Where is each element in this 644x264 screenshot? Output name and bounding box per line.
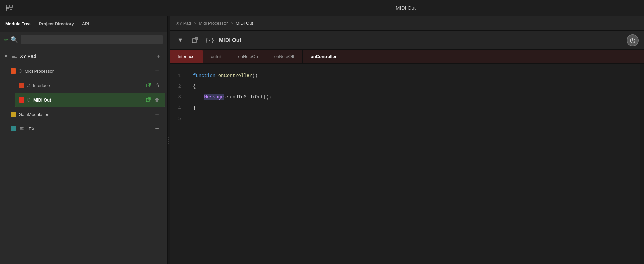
delete-button-midi-out[interactable]: 🗑	[153, 96, 161, 104]
open-brace: {	[193, 84, 196, 89]
braces-button[interactable]: {-}	[204, 35, 215, 46]
tree-section-header-xy-pad[interactable]: ▼ XY Pad +	[0, 49, 167, 64]
main-layout: Module Tree Project Directory API ✏ 🔍 ▼	[0, 16, 644, 264]
tab-on-note-off[interactable]: onNoteOff	[266, 50, 303, 63]
tree-item-gain-modulation[interactable]: GainModulation +	[7, 107, 165, 121]
color-indicator-fx	[11, 126, 16, 131]
tab-module-tree[interactable]: Module Tree	[5, 20, 31, 28]
breadcrumb-sep-2: >	[230, 21, 233, 26]
line-num-4: 4	[178, 103, 181, 113]
tree-container: ▼ XY Pad + Midi Processor	[0, 47, 167, 264]
ext-link-button-midi-out[interactable]	[145, 96, 152, 104]
breadcrumb-midi-out[interactable]: MIDI Out	[236, 21, 253, 26]
line-num-3: 3	[178, 92, 181, 103]
export-button[interactable]	[190, 35, 200, 46]
delete-button-interface[interactable]: 🗑	[154, 82, 161, 89]
power-button[interactable]	[627, 34, 639, 46]
code-line-2: {	[193, 81, 633, 92]
search-input[interactable]	[21, 35, 163, 44]
item-actions-midi-out: 🗑	[145, 96, 161, 104]
breadcrumb-xy-pad[interactable]: XY Pad	[176, 21, 191, 26]
tree-items-xy-pad: Midi Processor + Interface	[0, 64, 167, 136]
breadcrumb-midi-processor[interactable]: Midi Processor	[199, 21, 228, 26]
code-content[interactable]: function onController() { Message.sendTo…	[186, 64, 640, 131]
add-button-fx[interactable]: +	[153, 125, 161, 133]
pencil-icon[interactable]: ✏	[4, 37, 8, 42]
svg-rect-2	[6, 8, 9, 11]
item-actions-midi-processor: +	[153, 67, 161, 75]
tab-interface[interactable]: Interface	[170, 50, 203, 63]
scrollbar[interactable]	[640, 64, 644, 264]
code-line-3: Message.sendToMidiOut();	[193, 92, 633, 103]
item-label-fx: FX	[29, 126, 150, 131]
line-num-5: 5	[178, 113, 181, 124]
braces-icon: {-}	[205, 37, 214, 43]
filter-button[interactable]: ▼	[175, 35, 186, 46]
breadcrumb-sep-1: >	[194, 21, 196, 26]
ext-link-button-interface[interactable]	[145, 82, 152, 89]
sidebar-tabs: Module Tree Project Directory API	[0, 16, 167, 32]
module-name: MIDI Out	[219, 37, 623, 43]
chevron-down-icon: ▼	[4, 54, 9, 59]
window-title: MIDI Out	[396, 5, 416, 11]
color-indicator-midi-out	[19, 97, 24, 103]
color-indicator-midi-processor	[11, 68, 16, 74]
search-bar: ✏ 🔍	[0, 32, 167, 47]
export-icon	[192, 37, 198, 43]
midi-processor-children: Interface 🗑	[5, 78, 167, 107]
color-indicator-gain-modulation	[11, 112, 16, 117]
class-message: Message	[204, 94, 224, 100]
close-brace: }	[193, 105, 196, 111]
code-line-1: function onController()	[193, 70, 633, 81]
code-content-area[interactable]: function onController() { Message.sendTo…	[186, 64, 640, 264]
item-label-gain-modulation: GainModulation	[19, 112, 150, 117]
line-numbers: 1 2 3 4 5	[170, 64, 186, 264]
tab-on-controller[interactable]: onController	[303, 50, 345, 63]
item-label-midi-processor: Midi Processor	[25, 69, 150, 74]
tab-api[interactable]: API	[82, 20, 89, 28]
svg-rect-1	[10, 5, 12, 8]
filter-icon: ▼	[177, 37, 183, 44]
tree-item-midi-processor[interactable]: Midi Processor +	[7, 64, 165, 78]
keyword-function: function	[193, 73, 218, 78]
add-button-gain-modulation[interactable]: +	[153, 110, 161, 118]
right-panel: XY Pad > Midi Processor > MIDI Out ▼ {-}…	[170, 16, 644, 264]
code-line-5	[193, 113, 633, 124]
color-indicator-interface	[19, 83, 24, 88]
tab-project-directory[interactable]: Project Directory	[39, 20, 74, 28]
section-label-xy-pad: XY Pad	[20, 54, 152, 59]
tree-item-fx[interactable]: FX +	[7, 122, 165, 136]
add-button-xy-pad[interactable]: +	[154, 52, 163, 60]
tree-section-xy-pad: ▼ XY Pad + Midi Processor	[0, 49, 167, 136]
parens: ()	[252, 73, 258, 78]
tab-on-note-on[interactable]: onNoteOn	[230, 50, 266, 63]
bars-icon	[11, 53, 17, 59]
module-header: ▼ {-} MIDI Out	[170, 31, 644, 50]
tree-item-midi-out[interactable]: MIDI Out 🗑	[15, 93, 165, 107]
tab-on-init[interactable]: onInit	[203, 50, 230, 63]
fx-bars-icon	[19, 126, 25, 132]
item-actions-interface: 🗑	[145, 82, 161, 89]
function-name: onController	[218, 73, 252, 78]
tree-item-interface[interactable]: Interface 🗑	[15, 78, 165, 92]
item-label-interface: Interface	[33, 83, 142, 88]
status-dot-interface	[27, 84, 30, 87]
add-window-button[interactable]	[4, 3, 15, 13]
item-actions-gain-modulation: +	[153, 110, 161, 118]
line-num-2: 2	[178, 81, 181, 92]
breadcrumb: XY Pad > Midi Processor > MIDI Out	[170, 16, 644, 31]
item-actions-fx: +	[153, 125, 161, 133]
method-call: .sendToMidiOut();	[224, 94, 272, 100]
item-label-midi-out: MIDI Out	[33, 97, 142, 103]
code-editor: 1 2 3 4 5 function onController() { Mess…	[170, 64, 644, 264]
line-num-1: 1	[178, 70, 181, 81]
indent	[193, 94, 204, 100]
sidebar: Module Tree Project Directory API ✏ 🔍 ▼	[0, 16, 168, 264]
top-bar-left	[0, 3, 168, 13]
status-dot-midi-out	[27, 98, 30, 102]
status-dot-midi-processor	[19, 69, 22, 73]
top-bar-center: MIDI Out	[168, 5, 644, 11]
search-icon[interactable]: 🔍	[11, 36, 18, 43]
add-button-midi-processor[interactable]: +	[153, 67, 161, 75]
top-bar: MIDI Out	[0, 0, 644, 16]
